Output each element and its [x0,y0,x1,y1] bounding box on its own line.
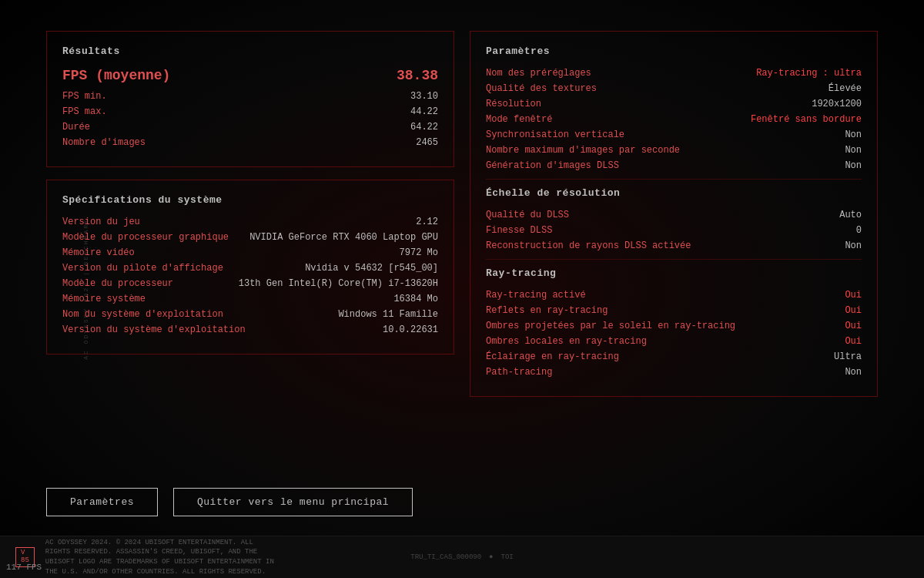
resolution-value-0: Auto [839,210,862,220]
results-row-label-0: FPS min. [62,91,107,102]
raytracing-row-0: Ray-tracing activé Oui [486,290,862,301]
specs-row-value-1: NVIDIA GeForce RTX 4060 Laptop GPU [249,232,438,243]
specs-row-value-5: 16384 Mo [393,294,438,304]
raytracing-value-0: Oui [845,290,862,301]
specs-row-1: Modèle du processeur graphique NVIDIA Ge… [62,232,438,243]
raytracing-label-3: Ombres locales en ray-tracing [486,336,647,347]
params-main-value-6: Non [845,160,862,171]
specs-row-5: Mémoire système 16384 Mo [62,294,438,304]
specs-row-2: Mémoire vidéo 7972 Mo [62,247,438,258]
raytracing-value-4: Ultra [834,351,862,362]
raytracing-label-0: Ray-tracing activé [486,290,586,301]
params-main-value-3: Fenêtré sans bordure [751,114,862,125]
params-main-value-1: Élevée [829,83,862,94]
resolution-value-2: Non [845,240,862,251]
params-main-value-4: Non [845,129,862,140]
specs-row-value-3: Nvidia v 54632 [r545_00] [305,263,438,274]
raytracing-value-3: Oui [845,336,862,347]
resolution-row-2: Reconstruction de rayons DLSS activée No… [486,240,862,251]
params-main-row-1: Qualité des textures Élevée [486,83,862,94]
results-row-value-3: 2465 [416,137,438,148]
results-rows-container: FPS min. 33.10 FPS max. 44.22 Durée 64.2… [62,91,438,148]
params-main-label-4: Synchronisation verticale [486,129,624,140]
params-main-row-3: Mode fenêtré Fenêtré sans bordure [486,114,862,125]
params-main-row-2: Résolution 1920x1200 [486,99,862,109]
fps-counter: 117 FPS [6,563,42,572]
specs-row-value-6: Windows 11 Famille [338,309,438,320]
raytracing-value-2: Oui [845,321,862,331]
params-main-label-6: Génération d'images DLSS [486,160,619,171]
resolution-label-0: Qualité du DLSS [486,210,569,220]
raytracing-row-3: Ombres locales en ray-tracing Oui [486,336,862,347]
params-main-value-0: Ray-tracing : ultra [756,68,862,79]
results-row-3: Nombre d'images 2465 [62,137,438,148]
raytracing-section-title: Ray-tracing [486,267,862,279]
params-main-label-1: Qualité des textures [486,83,597,94]
results-title: Résultats [62,45,438,57]
resolution-section-title: Échelle de résolution [486,187,862,199]
params-main-rows: Nom des préréglages Ray-tracing : ultra … [486,68,862,171]
resolution-label-2: Reconstruction de rayons DLSS activée [486,240,691,251]
results-row-label-3: Nombre d'images [62,137,146,148]
raytracing-label-4: Éclairage en ray-tracing [486,351,619,362]
results-row-value-0: 33.10 [410,91,438,102]
params-main-value-2: 1920x1200 [812,99,862,109]
params-main-row-0: Nom des préréglages Ray-tracing : ultra [486,68,862,79]
raytracing-value-5: Non [845,367,862,378]
params-main-value-5: Non [845,145,862,156]
results-row-label-1: FPS max. [62,106,107,117]
specs-row-label-1: Modèle du processeur graphique [62,232,229,243]
raytracing-rows: Ray-tracing activé Oui Reflets en ray-tr… [486,290,862,378]
params-main-label-2: Résolution [486,99,541,109]
specs-title: Spécifications du système [62,194,438,206]
params-panel: Paramètres Nom des préréglages Ray-traci… [470,31,878,397]
results-row-2: Durée 64.22 [62,122,438,133]
specs-row-0: Version du jeu 2.12 [62,217,438,227]
results-row-1: FPS max. 44.22 [62,106,438,117]
params-main-row-4: Synchronisation verticale Non [486,129,862,140]
raytracing-label-2: Ombres projetées par le soleil en ray-tr… [486,321,735,331]
specs-row-3: Version du pilote d'affichage Nvidia v 5… [62,263,438,274]
specs-row-label-7: Version du système d'exploitation [62,324,246,335]
raytracing-row-2: Ombres projetées par le soleil en ray-tr… [486,321,862,331]
resolution-row-0: Qualité du DLSS Auto [486,210,862,220]
raytracing-value-1: Oui [845,305,862,316]
fps-avg-row: FPS (moyenne) 38.38 [62,68,438,83]
specs-row-value-4: 13th Gen Intel(R) Core(TM) i7-13620H [239,278,438,289]
raytracing-row-5: Path-tracing Non [486,367,862,378]
specs-row-7: Version du système d'exploitation 10.0.2… [62,324,438,335]
specs-row-value-7: 10.0.22631 [383,324,438,335]
results-row-0: FPS min. 33.10 [62,91,438,102]
specs-row-6: Nom du système d'exploitation Windows 11… [62,309,438,320]
params-main-label-0: Nom des préréglages [486,68,591,79]
raytracing-label-1: Reflets en ray-tracing [486,305,608,316]
resolution-row-1: Finesse DLSS 0 [486,225,862,236]
specs-row-label-0: Version du jeu [62,217,140,227]
specs-row-label-6: Nom du système d'exploitation [62,309,223,320]
specs-row-4: Modèle du processeur 13th Gen Intel(R) C… [62,278,438,289]
main-content: Résultats FPS (moyenne) 38.38 FPS min. 3… [0,0,924,578]
results-row-label-2: Durée [62,122,90,133]
raytracing-label-5: Path-tracing [486,367,552,378]
results-panel: Résultats FPS (moyenne) 38.38 FPS min. 3… [46,31,454,167]
params-main-row-5: Nombre maximum d'images par seconde Non [486,145,862,156]
resolution-rows: Qualité du DLSS Auto Finesse DLSS 0 Reco… [486,210,862,251]
specs-row-label-3: Version du pilote d'affichage [62,263,223,274]
specs-row-label-4: Modèle du processeur [62,278,173,289]
fps-avg-value: 38.38 [397,68,438,83]
fps-avg-label: FPS (moyenne) [62,68,170,83]
resolution-label-1: Finesse DLSS [486,225,552,236]
params-main-label-5: Nombre maximum d'images par seconde [486,145,680,156]
results-row-value-2: 64.22 [410,122,438,133]
specs-row-label-5: Mémoire système [62,294,146,304]
specs-panel: Spécifications du système Version du jeu… [46,180,454,355]
params-main-label-3: Mode fenêtré [486,114,552,125]
raytracing-row-4: Éclairage en ray-tracing Ultra [486,351,862,362]
params-title: Paramètres [486,45,862,57]
resolution-value-1: 0 [856,225,862,236]
specs-row-label-2: Mémoire vidéo [62,247,135,258]
specs-row-value-0: 2.12 [416,217,438,227]
specs-row-value-2: 7972 Mo [400,247,438,258]
raytracing-row-1: Reflets en ray-tracing Oui [486,305,862,316]
params-main-row-6: Génération d'images DLSS Non [486,160,862,171]
